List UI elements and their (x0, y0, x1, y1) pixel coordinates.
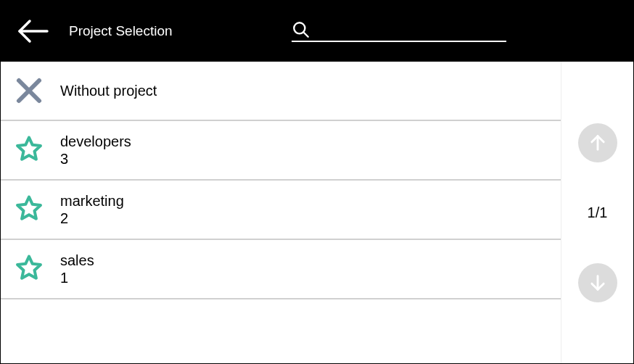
list-item-label: Without project (60, 82, 157, 99)
list-item-marketing[interactable]: marketing 2 (1, 181, 561, 240)
pager-text: 1/1 (588, 204, 608, 221)
body: Without project developers 3 marketing (1, 62, 633, 363)
list-item-label: marketing (60, 192, 124, 210)
page-down-button[interactable] (578, 263, 617, 302)
list-item-sales[interactable]: sales 1 (1, 240, 561, 299)
back-button[interactable] (15, 14, 50, 49)
arrow-down-icon (588, 273, 608, 293)
x-icon (12, 74, 46, 107)
project-list: Without project developers 3 marketing (1, 62, 561, 363)
list-item-text: developers 3 (60, 133, 131, 167)
svg-line-2 (303, 32, 308, 37)
list-item-label: developers (60, 133, 131, 150)
list-item-count: 1 (60, 269, 94, 286)
star-icon (12, 252, 46, 286)
star-icon (12, 193, 46, 226)
list-item-developers[interactable]: developers 3 (1, 121, 561, 181)
list-item-count: 3 (60, 150, 131, 167)
header: Project Selection (1, 1, 633, 62)
list-item-text: marketing 2 (60, 192, 124, 227)
search-input[interactable] (316, 22, 506, 38)
list-item-label: sales (60, 252, 94, 269)
search-field[interactable] (292, 20, 506, 42)
list-item-text: Without project (60, 82, 157, 99)
list-item-count: 2 (60, 210, 124, 227)
list-item-without-project[interactable]: Without project (1, 62, 561, 121)
arrow-left-icon (17, 19, 49, 44)
page-title: Project Selection (69, 23, 173, 39)
star-icon (12, 133, 46, 167)
page-up-button[interactable] (578, 123, 617, 162)
list-item-text: sales 1 (60, 252, 94, 286)
search-icon (292, 20, 310, 39)
pager: 1/1 (561, 62, 633, 363)
arrow-up-icon (588, 133, 608, 153)
